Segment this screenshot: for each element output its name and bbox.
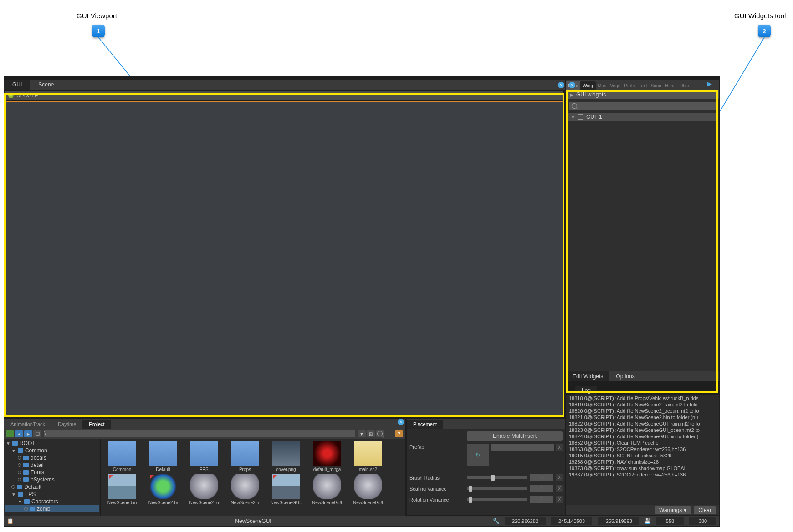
close-viewport-icon[interactable]: × bbox=[558, 82, 564, 88]
grid-item[interactable]: Common bbox=[102, 441, 142, 472]
widgets-tree-item[interactable]: ▼ GUI_1 bbox=[568, 113, 717, 121]
status-mem1: 558 bbox=[656, 517, 684, 525]
filter-icon[interactable]: ▼ bbox=[358, 430, 366, 437]
project-grid[interactable]: Common Default FPS Props cover.png defau… bbox=[101, 439, 405, 516]
search-input[interactable] bbox=[580, 103, 713, 109]
scaling-variance-slider[interactable] bbox=[467, 487, 527, 490]
search-button[interactable] bbox=[376, 430, 384, 437]
tree-detail[interactable]: detail bbox=[5, 461, 99, 469]
tree-common[interactable]: ▼Common bbox=[5, 447, 99, 454]
log-line: 18819 0@(SCRIPT) :Add file NewScene2_rai… bbox=[566, 401, 719, 408]
prefab-field[interactable] bbox=[491, 444, 554, 451]
tab-placement[interactable]: Placement bbox=[407, 420, 443, 429]
chevron-down-icon: ▾ bbox=[684, 507, 686, 513]
prefab-label: Prefab bbox=[409, 444, 464, 450]
tree-fonts[interactable]: Fonts bbox=[5, 469, 99, 476]
tab-mod[interactable]: Mod bbox=[596, 81, 608, 90]
tab-obje[interactable]: Obje bbox=[678, 81, 691, 90]
chevron-right-icon[interactable]: ▶ bbox=[570, 92, 573, 97]
add-button[interactable]: + bbox=[6, 430, 14, 437]
project-toolbar: + ◄ ► ❐ \ ▼ ⊞ ? bbox=[4, 429, 405, 439]
scaling-variance-value[interactable]: 0 bbox=[530, 485, 553, 492]
tree-zombi[interactable]: zombi bbox=[5, 505, 99, 512]
widgets-search[interactable] bbox=[569, 102, 716, 110]
tree-fps[interactable]: ▼FPS bbox=[5, 491, 99, 498]
grid-item[interactable]: NewScene2_o bbox=[184, 474, 224, 505]
rotation-variance-slider[interactable] bbox=[467, 498, 527, 501]
grid-item[interactable]: NewSceneGUI bbox=[348, 474, 388, 505]
brush-radius-slider[interactable] bbox=[467, 476, 527, 479]
tree-decals[interactable]: decals bbox=[5, 454, 99, 461]
grid-item[interactable]: NewSceneGUI. bbox=[266, 474, 306, 505]
tab-daytime[interactable]: Daytime bbox=[51, 420, 82, 429]
warnings-button[interactable]: Warnings▾ bbox=[655, 506, 691, 514]
grid-item[interactable]: Default bbox=[143, 441, 183, 472]
viewport-container: UPDATE bbox=[4, 90, 565, 418]
enable-multiinsert-button[interactable]: Enable MultiInsert bbox=[467, 431, 563, 441]
close-project-icon[interactable]: × bbox=[398, 419, 404, 425]
log-footer: Warnings▾ Clear bbox=[566, 505, 719, 515]
grid-item[interactable]: main.sc2 bbox=[348, 441, 388, 472]
rotation-variance-value[interactable]: 0 bbox=[530, 496, 553, 503]
help-icon[interactable]: ? bbox=[395, 430, 403, 437]
grid-item[interactable]: NewSceneGUI bbox=[307, 474, 347, 505]
back-button[interactable]: ◄ bbox=[15, 430, 23, 437]
gui-viewport[interactable] bbox=[5, 102, 563, 416]
placement-tab-bar: Placement bbox=[407, 419, 565, 429]
grid-item[interactable]: Props bbox=[225, 441, 265, 472]
clear-prefab-button[interactable]: X bbox=[556, 444, 563, 451]
log-line: 18863 0@(SCRIPT) :S2OCRenderer:: w=256,h… bbox=[566, 446, 719, 452]
project-tree[interactable]: ▼ROOT ▼Common decals detail Fonts pSyste… bbox=[4, 439, 100, 516]
viewport-tab-bar: GUI Scene bbox=[4, 80, 565, 90]
tab-prefa[interactable]: Prefa bbox=[622, 81, 637, 90]
reset-rotation-button[interactable]: X bbox=[556, 496, 563, 503]
tab-options[interactable]: Options bbox=[609, 371, 641, 381]
play-icon[interactable]: ▶ bbox=[707, 80, 712, 87]
brush-radius-value[interactable]: 100 bbox=[530, 474, 553, 481]
grid-icon[interactable]: ⊞ bbox=[367, 430, 375, 437]
log-panel[interactable]: 18818 0@(SCRIPT) :Add file Props\Vehicle… bbox=[566, 395, 719, 505]
tree-characters[interactable]: ▼Characters bbox=[5, 498, 99, 505]
grid-item[interactable]: NewScene.bin bbox=[102, 474, 142, 505]
tab-scene[interactable]: Scene bbox=[30, 80, 62, 90]
tab-text[interactable]: Text bbox=[637, 81, 649, 90]
close-right-icon[interactable]: × bbox=[569, 82, 575, 88]
tab-log[interactable]: Log bbox=[575, 386, 597, 395]
grid-item[interactable]: NewScene2_r bbox=[225, 474, 265, 505]
brush-radius-label: Brush Radius bbox=[409, 475, 464, 481]
refresh-icon: ↻ bbox=[476, 452, 480, 458]
status-file: NewSceneGUI bbox=[235, 518, 271, 524]
tree-psystems[interactable]: pSystems bbox=[5, 476, 99, 483]
rotation-variance-label: Rotation Variance bbox=[409, 497, 464, 502]
tab-widg[interactable]: Widg bbox=[580, 81, 596, 90]
panel-title-bar: ▶ GUI widgets bbox=[566, 90, 719, 99]
grid-item[interactable]: FPS bbox=[184, 441, 224, 472]
status-x: 220.986282 bbox=[505, 517, 546, 525]
annotation-label-1: GUI Viewport bbox=[77, 12, 117, 20]
tree-default[interactable]: Default bbox=[5, 483, 99, 491]
chevron-down-icon[interactable]: ▼ bbox=[571, 115, 575, 120]
reset-brush-button[interactable]: X bbox=[556, 474, 563, 481]
forward-button[interactable]: ► bbox=[24, 430, 32, 437]
tab-soun[interactable]: Soun bbox=[649, 81, 663, 90]
tab-vege[interactable]: Vege bbox=[608, 81, 622, 90]
update-bar[interactable]: UPDATE bbox=[5, 91, 563, 100]
log-line: 18823 0@(SCRIPT) :Add file NewSceneGUI_o… bbox=[566, 427, 719, 433]
address-bar[interactable]: \ bbox=[44, 430, 355, 437]
tab-hiera[interactable]: Hiera bbox=[663, 81, 678, 90]
tab-animation-track[interactable]: AnimationTrack bbox=[4, 420, 51, 429]
wrench-icon[interactable]: 🔧 bbox=[493, 518, 499, 524]
annotation-label-2: GUI Widgets tool bbox=[734, 12, 786, 20]
grid-item[interactable]: default_m.tga bbox=[307, 441, 347, 472]
status-z: -255.919693 bbox=[598, 517, 639, 525]
prefab-preview[interactable]: ↻ bbox=[467, 444, 489, 466]
tab-edit-widgets[interactable]: Edit Widgets bbox=[566, 371, 609, 381]
clear-button[interactable]: Clear bbox=[694, 506, 716, 514]
copy-button[interactable]: ❐ bbox=[33, 430, 41, 437]
grid-item[interactable]: NewScene2.bi bbox=[143, 474, 183, 505]
tab-gui[interactable]: GUI bbox=[4, 80, 30, 90]
grid-item[interactable]: cover.png bbox=[266, 441, 306, 472]
reset-scale-button[interactable]: X bbox=[556, 485, 563, 492]
tab-project[interactable]: Project bbox=[82, 420, 111, 429]
tree-root[interactable]: ▼ROOT bbox=[5, 440, 99, 447]
